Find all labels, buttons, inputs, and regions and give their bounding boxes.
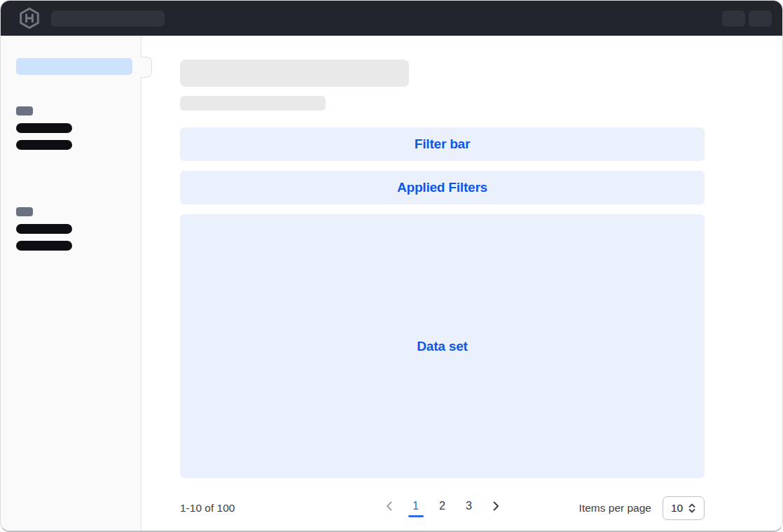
chevron-left-icon	[384, 500, 394, 512]
page-button-2[interactable]: 2	[433, 496, 452, 520]
unfold-more-icon	[688, 503, 696, 514]
filter-bar-section: Filter bar	[180, 127, 705, 161]
sidebar-nav-item-placeholder[interactable]	[16, 123, 72, 133]
sidebar-nav-item-placeholder[interactable]	[16, 140, 72, 150]
top-nav-bar	[1, 1, 782, 36]
pagination-range-label: 1-10 of 100	[180, 502, 235, 514]
page-subtitle-placeholder	[180, 96, 326, 111]
data-set-section: Data set	[180, 214, 705, 478]
sidebar-nav-item-placeholder[interactable]	[16, 224, 72, 234]
items-per-page-control: Items per page 10	[579, 496, 705, 520]
data-set-label: Data set	[417, 339, 467, 354]
sidebar-toggle-button[interactable]	[140, 57, 152, 78]
pagination-bar: 1-10 of 100 1 2 3	[180, 491, 705, 525]
sidebar-section-label-placeholder	[16, 207, 33, 216]
page-button-3[interactable]: 3	[459, 496, 479, 520]
previous-page-button[interactable]	[380, 496, 399, 520]
next-page-button[interactable]	[486, 496, 506, 520]
items-per-page-select[interactable]: 10	[663, 496, 705, 520]
items-per-page-label: Items per page	[579, 502, 651, 514]
page-number: 3	[466, 500, 472, 512]
pager: 1 2 3	[380, 496, 506, 520]
active-page-underline	[408, 515, 424, 517]
sidebar	[1, 36, 141, 531]
hashicorp-logo-icon[interactable]	[19, 7, 40, 29]
items-per-page-value: 10	[671, 502, 683, 514]
applied-filters-label: Applied Filters	[397, 180, 487, 195]
page-number: 2	[439, 500, 445, 512]
header-action-placeholder-2[interactable]	[749, 10, 772, 27]
page-number: 1	[413, 500, 419, 512]
chevron-right-icon	[491, 500, 501, 512]
page-title-placeholder	[180, 59, 409, 87]
app-window: Filter bar Applied Filters Data set 1-10…	[0, 0, 783, 532]
sidebar-active-nav-placeholder[interactable]	[16, 58, 132, 75]
sidebar-section-label-placeholder	[16, 106, 33, 115]
header-action-placeholder-1[interactable]	[722, 10, 745, 27]
page-button-1[interactable]: 1	[406, 496, 426, 520]
global-search-placeholder[interactable]	[51, 10, 165, 27]
sidebar-nav-item-placeholder[interactable]	[16, 241, 72, 251]
filter-bar-label: Filter bar	[415, 136, 470, 152]
applied-filters-section: Applied Filters	[180, 171, 705, 204]
